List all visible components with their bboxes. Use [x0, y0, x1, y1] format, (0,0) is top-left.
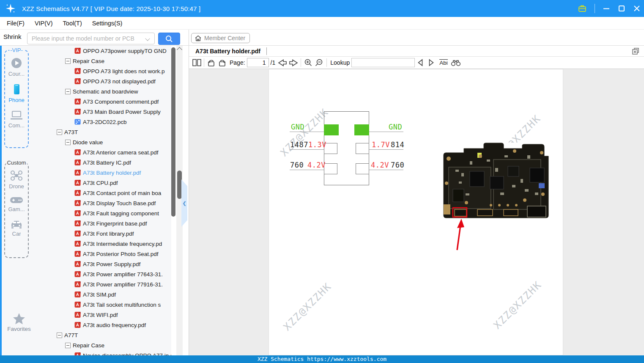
- sidebar-item-label: Favorites: [7, 326, 31, 332]
- rotate-right-icon[interactable]: [217, 58, 228, 68]
- next-page-icon[interactable]: [288, 58, 299, 68]
- tree-scrollbar-thumb[interactable]: [171, 47, 175, 217]
- tree-file-a73t-contact-point-of-main-boa[interactable]: A73t Contact point of main boa: [38, 188, 171, 198]
- collapse-icon[interactable]: [57, 333, 62, 338]
- tree-group-repair-case[interactable]: Repair Case: [38, 56, 171, 66]
- tree-file-oppo-a73-not-displayed-pdf[interactable]: OPPO A73 not displayed.pdf: [38, 76, 171, 86]
- tree-file-a73t-tail-socket-multifunction-s[interactable]: A73t Tail socket multifunction s: [38, 300, 171, 310]
- net-line: [290, 132, 324, 132]
- close-button[interactable]: [633, 5, 641, 12]
- tree-file-a73t-power-amplifier-77916-31-[interactable]: A73t Power amplifier 77916-31.: [38, 279, 171, 289]
- search-button[interactable]: [158, 33, 180, 45]
- collapse-icon[interactable]: [65, 343, 71, 348]
- collapse-icon[interactable]: [65, 140, 71, 145]
- pin-pad: [356, 163, 369, 174]
- find-previous-icon[interactable]: [415, 58, 426, 68]
- tree-item-label: A73t Fingerprint base.pdf: [83, 220, 147, 227]
- tree-file-a73t-cpu-pdf[interactable]: A73t CPU.pdf: [38, 178, 171, 188]
- pin-pad: [356, 143, 369, 154]
- tree-file-a73t-power-amplifier-77643-31-[interactable]: A73t Power amplifier 77643-31.: [38, 269, 171, 279]
- menu-item-vipv[interactable]: VIP(V): [35, 20, 53, 27]
- vip-briefcase-icon[interactable]: [578, 4, 587, 13]
- tab-active-document[interactable]: A73t Battery holder.pdf: [189, 46, 266, 57]
- pdf-file-icon: [74, 230, 81, 237]
- minimize-button[interactable]: [603, 5, 610, 12]
- menu-item-settingss[interactable]: Settings(S): [92, 20, 123, 27]
- tree-file-a73t-audio-frequency-pdf[interactable]: A73t audio frequency.pdf: [38, 320, 171, 330]
- tree-item-label: A73t Contact point of main boa: [83, 190, 161, 196]
- collapse-icon[interactable]: [57, 129, 62, 135]
- sidebar-item-phone[interactable]: Phone: [5, 83, 28, 103]
- tree-file-a73t-fingerprint-base-pdf[interactable]: A73t Fingerprint base.pdf: [38, 218, 171, 228]
- sidebar-item-car[interactable]: Car: [5, 218, 28, 237]
- sidebar-group-custom: Custom DroneGam...Car: [4, 162, 29, 258]
- pcb-photo: [440, 143, 551, 253]
- tree-file-a73t-sim-pdf[interactable]: A73t SIM.pdf: [38, 289, 171, 300]
- tree-group-schematic-and-boardview[interactable]: Schematic and boardview: [38, 86, 171, 96]
- tree-file-a73t-posterior-photo-seat-pdf[interactable]: A73t Posterior Photo Seat.pdf: [38, 249, 171, 259]
- tree-item-label: OPPO A73power supplyTO GND: [83, 48, 167, 54]
- title-bar: XZZ Schematics V4.77 [ VIP Due date: 202…: [0, 0, 644, 17]
- zoom-in-icon[interactable]: [303, 58, 314, 68]
- panel-collapse-handle[interactable]: ❮: [181, 179, 187, 227]
- tree-file-a73t-anterior-camera-seat-pdf[interactable]: A73t Anterior camera seat.pdf: [38, 147, 171, 157]
- close-all-tabs-icon[interactable]: [631, 47, 640, 55]
- tree-file-a73-component-comment-pdf[interactable]: A73 Component comment.pdf: [38, 96, 171, 107]
- tree-file-a73t-font-library-pdf[interactable]: A73t Font library.pdf: [38, 228, 171, 239]
- tree-group-a77t[interactable]: A77T: [38, 330, 171, 340]
- tree-file-a73-main-board-power-supply[interactable]: A73 Main Board Power Supply: [38, 107, 171, 117]
- tree-file-a73t-power-supply-pdf[interactable]: A73t Power Supply.pdf: [38, 259, 171, 269]
- pdf-file-icon: [74, 108, 81, 115]
- page-number-input[interactable]: [247, 58, 269, 67]
- tree-file-oppo-a73power-supplyto-gnd[interactable]: OPPO A73power supplyTO GND: [38, 46, 171, 56]
- sidebar-item-gam[interactable]: Gam...: [5, 195, 28, 212]
- tree-file-a73t-fault-tagging-component[interactable]: A73t Fault tagging component: [38, 208, 171, 218]
- tree-item-label: OPPO A73 not displayed.pdf: [83, 78, 156, 85]
- shrink-button[interactable]: Shrink: [3, 33, 22, 40]
- tree-file-novice-disassembly-oppo-a77-in-d[interactable]: Novice disassembly OPPO A77 in d: [38, 350, 171, 355]
- sidebar-item-drone[interactable]: Drone: [5, 169, 28, 190]
- window-edge-accent: [0, 46, 2, 355]
- find-next-icon[interactable]: [426, 58, 437, 68]
- watermark-text: XZZ@XZZHK: [278, 106, 331, 159]
- pdf-file-icon: [74, 200, 81, 206]
- tree-item-label: A73t Power amplifier 77643-31.: [83, 271, 163, 278]
- match-case-toggle[interactable]: Abi: [439, 59, 448, 66]
- maximize-button[interactable]: [618, 5, 625, 12]
- tree-file-oppo-a73-light-does-not-work-p[interactable]: OPPO A73 light does not work.p: [38, 66, 171, 76]
- tree-item-label: A73t Fault tagging component: [83, 210, 159, 217]
- tree-file-a73t-battery-holder-pdf[interactable]: A73t Battery holder.pdf: [38, 168, 171, 178]
- titlebar-divider: [595, 4, 595, 13]
- collapse-icon[interactable]: [65, 58, 71, 64]
- pdf-file-icon: [74, 179, 81, 186]
- tree-group-repair-case[interactable]: Repair Case: [38, 340, 171, 350]
- pdf-viewport[interactable]: XZZ@XZZHK XZZ@XZZHK XZZ@XZZHK XZZ@XZZHK …: [189, 69, 644, 355]
- zoom-out-icon[interactable]: [314, 58, 325, 68]
- previous-page-icon[interactable]: [277, 58, 288, 68]
- model-search-input[interactable]: [27, 33, 155, 44]
- member-center-button[interactable]: Member Center: [191, 33, 250, 43]
- tree-file-a73t-display-touch-base-pdf[interactable]: A73t Display Touch Base.pdf: [38, 198, 171, 208]
- voltage-value: 4.2V: [371, 161, 389, 169]
- panel-scrollbar-thumb[interactable]: [177, 170, 182, 199]
- tree-file-a73t-battery-ic-pdf[interactable]: A73t Battery IC.pdf: [38, 157, 171, 168]
- pdf-file-icon: [74, 291, 81, 298]
- sidebar-item-com[interactable]: Com...: [5, 109, 28, 129]
- tree-group-diode-value[interactable]: Diode value: [38, 137, 171, 147]
- pdf-file-icon: [74, 210, 81, 217]
- collapse-icon[interactable]: [65, 89, 71, 94]
- net-line: [290, 149, 324, 150]
- rotate-left-icon[interactable]: [206, 58, 217, 68]
- tree-file-a73-2dc022-pcb[interactable]: A73-2DC022.pcb: [38, 117, 171, 127]
- menu-item-toolt[interactable]: Tool(T): [63, 20, 82, 27]
- tree-group-a73t[interactable]: A73T: [38, 127, 171, 137]
- chevron-left-icon: ❮: [182, 201, 186, 206]
- sidebar-item-favorites[interactable]: Favorites: [0, 312, 38, 332]
- lookup-input[interactable]: [351, 58, 415, 67]
- menu-item-filef[interactable]: File(F): [7, 20, 25, 27]
- binoculars-search-icon[interactable]: [450, 58, 461, 68]
- tree-file-a73t-wifi-pdf[interactable]: A73t WIFI.pdf: [38, 310, 171, 320]
- sidebar-item-cour[interactable]: Cour...: [5, 57, 28, 77]
- two-page-view-icon[interactable]: [191, 58, 202, 68]
- tree-file-a73t-intermediate-frequency-pd[interactable]: A73t Intermediate frequency.pd: [38, 239, 171, 249]
